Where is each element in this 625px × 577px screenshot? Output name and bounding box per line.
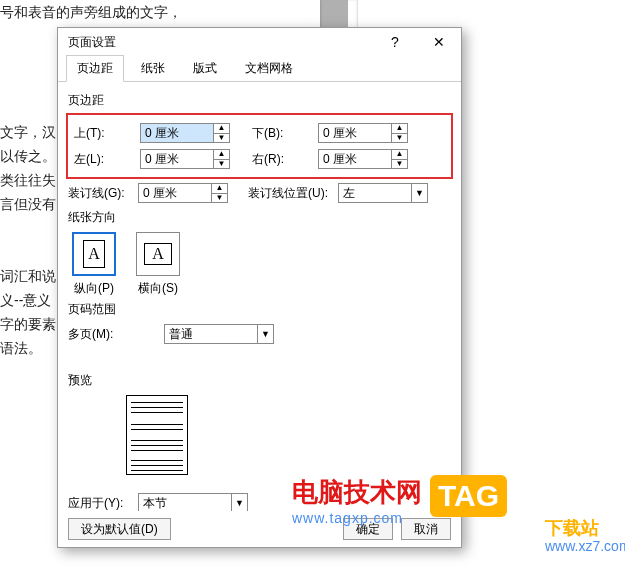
gutter-pos-dropdown[interactable]: 左 ▼	[338, 183, 428, 203]
landscape-label: 横向(S)	[138, 280, 178, 297]
margin-right-value[interactable]: 0 厘米	[319, 150, 391, 168]
preview-thumbnail	[126, 395, 188, 475]
apply-to-value: 本节	[139, 494, 231, 511]
apply-to-label: 应用于(Y):	[66, 495, 138, 512]
spinner-arrows[interactable]: ▲ ▼	[211, 184, 227, 202]
spinner-arrows[interactable]: ▲ ▼	[213, 124, 229, 142]
margin-bottom-value[interactable]: 0 厘米	[319, 124, 391, 142]
page-glyph: A	[144, 243, 172, 265]
page-setup-dialog: 页面设置 ? ✕ 页边距 纸张 版式 文档网格 页边距 上(T): 0 厘米 ▲…	[57, 27, 462, 548]
close-button[interactable]: ✕	[417, 28, 461, 56]
gutter-label: 装订线(G):	[66, 185, 138, 202]
watermark-site2: 下载站	[545, 516, 599, 540]
orientation-portrait[interactable]: A 纵向(P)	[72, 232, 116, 297]
apply-to-dropdown[interactable]: 本节 ▼	[138, 493, 248, 511]
margin-right-input[interactable]: 0 厘米 ▲ ▼	[318, 149, 408, 169]
group-orientation-label: 纸张方向	[68, 209, 453, 226]
chevron-down-icon[interactable]: ▼	[411, 184, 427, 202]
margin-top-input[interactable]: 0 厘米 ▲ ▼	[140, 123, 230, 143]
dialog-title: 页面设置	[68, 34, 373, 51]
chevron-down-icon[interactable]: ▼	[231, 494, 247, 511]
margin-bottom-label: 下(B):	[250, 125, 318, 142]
bg-text: 以传之。	[0, 144, 56, 168]
spinner-arrows[interactable]: ▲ ▼	[391, 124, 407, 142]
page-gap	[320, 0, 348, 30]
margin-left-input[interactable]: 0 厘米 ▲ ▼	[140, 149, 230, 169]
group-pages-label: 页码范围	[68, 301, 453, 318]
watermark-url1: www.tagxp.com	[292, 510, 422, 526]
group-preview-label: 预览	[68, 372, 453, 389]
watermark-site1: 电脑技术网 www.tagxp.com	[292, 475, 422, 526]
bg-text: 语法。	[0, 336, 42, 360]
bg-text: 字的要素	[0, 312, 56, 336]
arrow-down-icon[interactable]: ▼	[392, 160, 407, 169]
margin-left-value[interactable]: 0 厘米	[141, 150, 213, 168]
bg-text: 言但没有	[0, 192, 56, 216]
bg-text: 义--意义	[0, 288, 51, 312]
tab-grid[interactable]: 文档网格	[234, 55, 304, 82]
gutter-value[interactable]: 0 厘米	[139, 184, 211, 202]
gutter-pos-value: 左	[339, 184, 411, 202]
gutter-input[interactable]: 0 厘米 ▲ ▼	[138, 183, 228, 203]
margins-highlight: 上(T): 0 厘米 ▲ ▼ 下(B): 0 厘米 ▲ ▼	[66, 113, 453, 179]
margin-top-label: 上(T):	[72, 125, 140, 142]
portrait-icon[interactable]: A	[72, 232, 116, 276]
tab-bar: 页边距 纸张 版式 文档网格	[58, 56, 461, 82]
page-glyph: A	[83, 240, 105, 268]
landscape-icon[interactable]: A	[136, 232, 180, 276]
tab-margins[interactable]: 页边距	[66, 55, 124, 82]
orientation-landscape[interactable]: A 横向(S)	[136, 232, 180, 297]
watermark-url2: www.xz7.com	[545, 538, 625, 554]
margin-top-value[interactable]: 0 厘米	[141, 124, 213, 142]
tab-paper[interactable]: 纸张	[130, 55, 176, 82]
watermark-tag-icon: TAG	[430, 475, 507, 517]
margin-left-label: 左(L):	[72, 151, 140, 168]
chevron-down-icon[interactable]: ▼	[257, 325, 273, 343]
bg-text: 类往往失	[0, 168, 56, 192]
group-margins-label: 页边距	[68, 92, 453, 109]
spinner-arrows[interactable]: ▲ ▼	[213, 150, 229, 168]
arrow-down-icon[interactable]: ▼	[214, 160, 229, 169]
margin-bottom-input[interactable]: 0 厘米 ▲ ▼	[318, 123, 408, 143]
bg-text: 文字，汉	[0, 120, 56, 144]
arrow-down-icon[interactable]: ▼	[212, 194, 227, 203]
bg-text: 号和表音的声旁组成的文字，	[0, 0, 182, 24]
dialog-body: 页边距 上(T): 0 厘米 ▲ ▼ 下(B): 0 厘米 ▲ ▼	[58, 82, 461, 511]
spinner-arrows[interactable]: ▲ ▼	[391, 150, 407, 168]
set-default-button[interactable]: 设为默认值(D)	[68, 518, 171, 540]
dialog-titlebar[interactable]: 页面设置 ? ✕	[58, 28, 461, 56]
multipage-dropdown[interactable]: 普通 ▼	[164, 324, 274, 344]
tab-layout[interactable]: 版式	[182, 55, 228, 82]
help-button[interactable]: ?	[373, 28, 417, 56]
multipage-label: 多页(M):	[66, 326, 138, 343]
gutter-pos-label: 装订线位置(U):	[246, 185, 338, 202]
bg-text: 词汇和说	[0, 264, 56, 288]
margin-right-label: 右(R):	[250, 151, 318, 168]
arrow-down-icon[interactable]: ▼	[392, 134, 407, 143]
multipage-value: 普通	[165, 325, 257, 343]
portrait-label: 纵向(P)	[74, 280, 114, 297]
arrow-down-icon[interactable]: ▼	[214, 134, 229, 143]
watermark: 电脑技术网 www.tagxp.com TAG	[292, 475, 507, 526]
